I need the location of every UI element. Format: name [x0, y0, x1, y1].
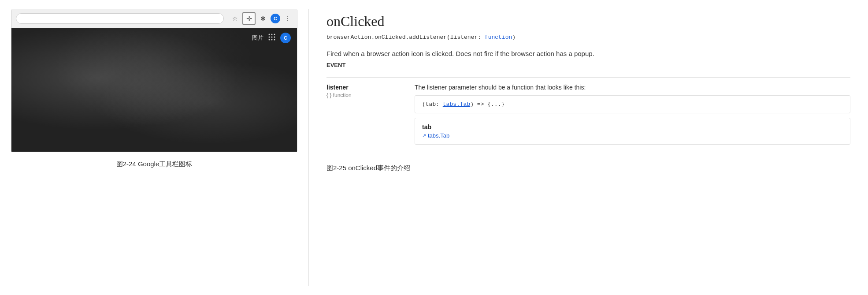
- address-bar[interactable]: [16, 13, 224, 24]
- svg-point-7: [271, 39, 273, 41]
- api-title: onClicked: [326, 13, 850, 30]
- params-row-listener: listener { } function The listener param…: [326, 77, 850, 151]
- image-text-label: 图片: [252, 34, 263, 42]
- param-name-col: listener { } function: [326, 84, 415, 99]
- code-suffix: ) => {...}: [470, 101, 504, 108]
- svg-point-0: [269, 34, 270, 35]
- svg-point-1: [271, 34, 273, 35]
- browser-image-area: 图片 C: [11, 28, 297, 152]
- api-event-label: EVENT: [326, 62, 850, 68]
- extension-icon[interactable]: ✱: [258, 14, 268, 23]
- image-avatar[interactable]: C: [280, 33, 291, 43]
- api-signature: browserAction.onClicked.addListener(list…: [326, 34, 850, 41]
- figure-caption-right: 图2-25 onClicked事件的介绍: [326, 164, 850, 172]
- star-icon[interactable]: ☆: [230, 14, 240, 23]
- external-link-icon: ↗: [422, 133, 426, 138]
- pin-icon[interactable]: ✛: [242, 12, 256, 25]
- browser-mockup: ☆ ✛ ✱ C ⋮ 图片: [11, 9, 297, 152]
- right-panel: onClicked browserAction.onClicked.addLis…: [309, 0, 868, 186]
- svg-point-4: [271, 37, 273, 38]
- svg-point-5: [274, 37, 275, 38]
- svg-point-3: [269, 37, 270, 38]
- image-overlay-bg: [11, 28, 297, 152]
- svg-point-2: [274, 34, 275, 35]
- api-signature-keyword: function: [485, 34, 512, 41]
- user-avatar[interactable]: C: [271, 14, 280, 23]
- image-toolbar-overlay: 图片 C: [252, 33, 291, 43]
- browser-toolbar: ☆ ✛ ✱ C ⋮: [11, 9, 297, 28]
- code-prefix: (tab:: [422, 101, 443, 108]
- svg-point-6: [269, 39, 270, 41]
- sub-param-name-tab: tab: [422, 123, 843, 131]
- svg-point-8: [274, 39, 275, 41]
- param-name: listener: [326, 84, 415, 91]
- tabs-tab-link[interactable]: tabs.Tab: [443, 101, 470, 108]
- api-signature-suffix: ): [512, 34, 516, 41]
- image-grid-icon: [268, 33, 276, 43]
- param-desc-col: The listener parameter should be a funct…: [415, 84, 850, 145]
- tabs-tab-type-link[interactable]: ↗ tabs.Tab: [422, 132, 843, 139]
- more-icon[interactable]: ⋮: [283, 14, 293, 23]
- api-description: Fired when a browser action icon is clic…: [326, 49, 850, 59]
- param-desc-text: The listener parameter should be a funct…: [415, 84, 850, 91]
- code-box-callback: (tab: tabs.Tab) => {...}: [415, 95, 850, 113]
- figure-caption-left: 图2-24 Google工具栏图标: [116, 160, 193, 168]
- api-signature-prefix: browserAction.onClicked.addListener(list…: [326, 34, 485, 41]
- sub-params-box: tab ↗ tabs.Tab: [415, 118, 850, 145]
- param-type: { } function: [326, 92, 352, 98]
- left-panel: ☆ ✛ ✱ C ⋮ 图片: [0, 0, 308, 182]
